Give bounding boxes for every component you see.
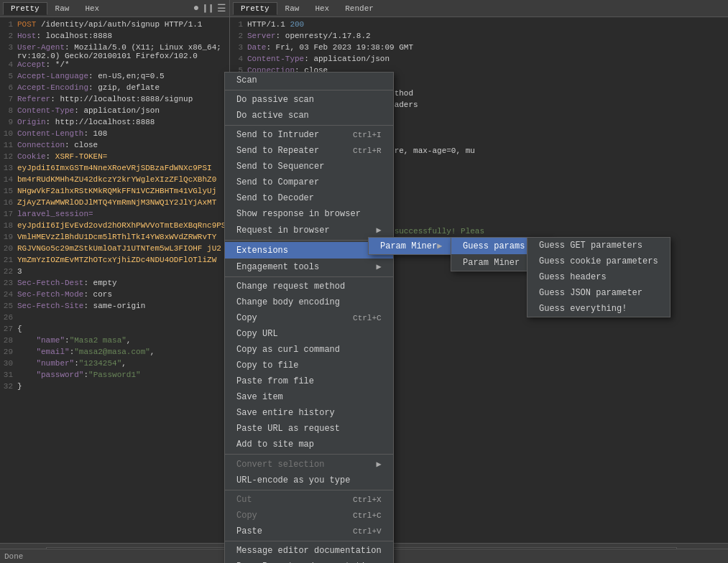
menu-item[interactable]: Do passive scan bbox=[225, 92, 393, 108]
menu-item[interactable]: Paste URL as request bbox=[225, 421, 393, 437]
code-line: 6Accept-Encoding: gzip, deflate bbox=[0, 83, 229, 95]
menu-item[interactable]: Send to Sequencer bbox=[225, 159, 393, 175]
code-line: 3User-Agent: Mozilla/5.0 (X11; Linux x86… bbox=[0, 43, 229, 60]
menu-item-label: Paste bbox=[236, 526, 262, 536]
context-menu: ScanDo passive scanDo active scanSend to… bbox=[224, 72, 394, 563]
wifi-icon: ● bbox=[193, 2, 199, 14]
menu-item[interactable]: Add to site map bbox=[225, 437, 393, 452]
menu-item-label: Send to Sequencer bbox=[236, 162, 324, 172]
code-line: 25Sec-Fetch-Site: same-origin bbox=[0, 302, 229, 313]
menu-item-label: Message editor documentation bbox=[236, 546, 382, 556]
menu-item[interactable]: Show response in browser bbox=[225, 206, 393, 222]
submenu-extensions-item[interactable]: Param Miner ▶ bbox=[369, 238, 453, 254]
menu-item-label: Scan bbox=[236, 75, 257, 85]
pause-icon[interactable]: ❙❙ bbox=[202, 2, 214, 14]
submenu-guess: Guess GET parametersGuess cookie paramet… bbox=[527, 237, 671, 317]
menu-item-label: URL-encode as you type bbox=[236, 475, 350, 485]
submenu-arrow-icon: ▶ bbox=[437, 241, 442, 251]
submenu-arrow-icon: ▶ bbox=[376, 459, 381, 470]
menu-item[interactable]: CopyCtrl+C bbox=[225, 310, 393, 326]
menu-item[interactable]: Save item bbox=[225, 389, 393, 405]
submenu-guess-item[interactable]: Guess GET parameters bbox=[527, 238, 670, 253]
menu-item[interactable]: Copy URL bbox=[225, 326, 393, 342]
menu-item[interactable]: Send to Comparer bbox=[225, 175, 393, 190]
menu-item[interactable]: Send to RepeaterCtrl+R bbox=[225, 143, 393, 159]
menu-item-label: Paste from file bbox=[236, 376, 314, 386]
menu-item-label: Do passive scan bbox=[236, 95, 314, 105]
submenu-item-label: Guess everything! bbox=[539, 304, 627, 314]
tab-pretty-left[interactable]: Pretty bbox=[3, 2, 47, 15]
submenu-item-label: Guess cookie parameters bbox=[539, 256, 658, 266]
menu-item[interactable]: Save entire history bbox=[225, 405, 393, 421]
code-line: 7Referer: http://localhost:8888/signup bbox=[0, 95, 229, 106]
submenu-guess-item[interactable]: Guess everything! bbox=[527, 301, 670, 317]
menu-shortcut: Ctrl+C bbox=[353, 511, 382, 520]
menu-separator bbox=[225, 541, 393, 541]
menu-item-label: Convert selection bbox=[236, 460, 324, 470]
code-line: 29 "email":"masa2@masa.com", bbox=[0, 348, 229, 359]
menu-item-label: Copy as curl command bbox=[236, 345, 340, 355]
menu-separator bbox=[225, 276, 393, 277]
menu-separator bbox=[225, 125, 393, 126]
menu-item[interactable]: Copy as curl command bbox=[225, 342, 393, 358]
menu-item[interactable]: Do active scan bbox=[225, 108, 393, 124]
menu-item[interactable]: Paste from file bbox=[225, 373, 393, 389]
code-line: 5Accept-Language: en-US,en;q=0.5 bbox=[0, 72, 229, 83]
menu-item-label: Request in browser bbox=[236, 225, 330, 236]
menu-item-label: Send to Repeater bbox=[236, 146, 319, 156]
menu-item-label: Send to Decoder bbox=[236, 193, 314, 203]
code-line: 9Origin: http://localhost:8888 bbox=[0, 118, 229, 129]
tab-raw-right[interactable]: Raw bbox=[277, 2, 308, 15]
code-line: 20RGJVNGo5c29mZStkUmlOaTJ1UTNTem5wL3FIOH… bbox=[0, 244, 229, 256]
menu-item[interactable]: PasteCtrl+V bbox=[225, 524, 393, 539]
code-line: 8Content-Type: application/json bbox=[0, 106, 229, 118]
menu-item[interactable]: Copy to file bbox=[225, 358, 393, 373]
code-line: 23Sec-Fetch-Dest: empty bbox=[0, 279, 229, 290]
menu-item[interactable]: Engagement tools ▶ bbox=[225, 259, 393, 275]
menu-item: CutCtrl+X bbox=[225, 492, 393, 508]
menu-item[interactable]: Send to IntruderCtrl+I bbox=[225, 127, 393, 143]
code-line: 16ZjAyZTAwMWRlODJlMTQ4YmRmNjM3NWQ1Y2JlYj… bbox=[0, 198, 229, 210]
menu-item[interactable]: URL-encode as you type bbox=[225, 473, 393, 488]
code-line: 26 bbox=[0, 313, 229, 325]
tab-render-right[interactable]: Render bbox=[337, 2, 382, 15]
menu-shortcut: Ctrl+I bbox=[353, 131, 382, 139]
menu-item[interactable]: Change body encoding bbox=[225, 294, 393, 310]
code-line: 30 "number":"1234254", bbox=[0, 359, 229, 371]
submenu-guess-item[interactable]: Guess headers bbox=[527, 269, 670, 285]
menu-item[interactable]: Message editor documentation bbox=[225, 543, 393, 559]
submenu-arrow-icon: ▶ bbox=[376, 225, 381, 236]
menu-item[interactable]: Send to Decoder bbox=[225, 190, 393, 206]
code-line: 4Accept: */* bbox=[0, 60, 229, 72]
request-code-area: 1POST /identity/api/auth/signup HTTP/1.1… bbox=[0, 17, 229, 543]
menu-item-label: Engagement tools bbox=[236, 262, 319, 272]
submenu-item-label: Param Miner bbox=[380, 241, 437, 251]
submenu-item-label: Guess GET parameters bbox=[539, 241, 642, 251]
code-line: 11Connection: close bbox=[0, 141, 229, 152]
submenu-item-label: Guess params bbox=[463, 241, 525, 251]
tab-raw-left[interactable]: Raw bbox=[47, 2, 78, 15]
code-line: 32} bbox=[0, 382, 229, 394]
menu-shortcut: Ctrl+R bbox=[353, 146, 382, 155]
tab-pretty-right[interactable]: Pretty bbox=[233, 2, 277, 15]
menu-shortcut: Ctrl+C bbox=[353, 314, 382, 322]
menu-item-label: Add to site map bbox=[236, 439, 314, 450]
code-line: 2Server: openresty/1.17.8.2 bbox=[230, 32, 728, 43]
menu-item-label: Change request method bbox=[236, 282, 345, 292]
menu-item[interactable]: Burp Repeater documentation bbox=[225, 559, 393, 563]
menu-icon[interactable]: ☰ bbox=[217, 2, 226, 14]
menu-item[interactable]: Change request method bbox=[225, 279, 393, 294]
code-line: 2Host: localhost:8888 bbox=[0, 32, 229, 43]
submenu-guess-item[interactable]: Guess cookie parameters bbox=[527, 253, 670, 269]
tab-hex-right[interactable]: Hex bbox=[307, 2, 337, 15]
code-line: 14bm4rRUdKMHh4ZU42dkczY2krYWgleXIzZFlQcX… bbox=[0, 175, 229, 187]
tab-hex-left[interactable]: Hex bbox=[77, 2, 107, 15]
submenu-guess-item[interactable]: Guess JSON parameter bbox=[527, 285, 670, 301]
menu-item-label: Paste URL as request bbox=[236, 424, 340, 434]
menu-item[interactable]: Scan bbox=[225, 73, 393, 88]
menu-shortcut: Ctrl+X bbox=[353, 495, 382, 504]
menu-item[interactable]: Request in browser ▶ bbox=[225, 222, 393, 238]
code-line: 223 bbox=[0, 267, 229, 279]
menu-item-label: Copy bbox=[236, 511, 257, 521]
menu-item-label: Cut bbox=[236, 495, 252, 505]
